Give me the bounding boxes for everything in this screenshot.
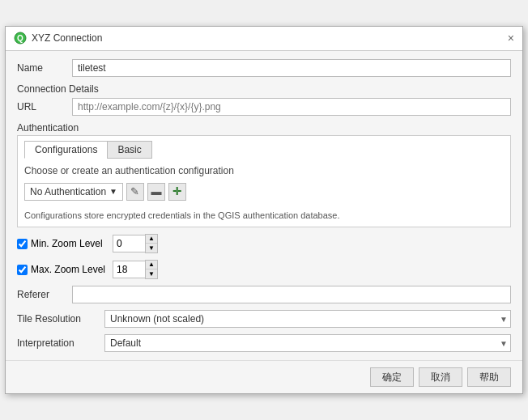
- config-info-text: Configurations store encrypted credentia…: [24, 209, 504, 223]
- name-row: Name: [17, 59, 511, 77]
- delete-icon: ▬: [151, 185, 161, 197]
- url-label: URL: [17, 101, 66, 112]
- min-zoom-spinner: ▲ ▼: [113, 234, 158, 253]
- name-input[interactable]: [72, 59, 511, 77]
- tile-resolution-label: Tile Resolution: [17, 313, 98, 325]
- max-zoom-spinner: ▲ ▼: [113, 260, 158, 279]
- tab-configurations[interactable]: Configurations: [24, 141, 107, 159]
- max-zoom-checkbox[interactable]: [17, 265, 28, 275]
- dropdown-arrow-icon: ▼: [109, 187, 117, 196]
- max-zoom-label: Max. Zoom Level: [31, 264, 105, 275]
- dialog-title: XYZ Connection: [32, 32, 102, 44]
- max-zoom-label-group: Max. Zoom Level: [17, 264, 106, 275]
- ok-button[interactable]: 确定: [370, 367, 414, 387]
- authentication-group: Configurations Basic Choose or create an…: [17, 135, 511, 228]
- max-zoom-row: Max. Zoom Level ▲ ▼: [17, 260, 511, 279]
- add-icon: ✛: [172, 185, 181, 197]
- url-row: URL: [17, 98, 511, 116]
- authentication-label: Authentication: [17, 122, 511, 134]
- no-auth-dropdown[interactable]: No Authentication ▼: [24, 183, 123, 201]
- min-zoom-input[interactable]: [113, 235, 145, 252]
- edit-auth-button[interactable]: ✎: [126, 183, 144, 201]
- referer-input[interactable]: [72, 286, 511, 303]
- config-choose-label: Choose or create an authentication confi…: [24, 165, 504, 176]
- interpretation-select-wrapper: Default MapTiler Terrain RGB Terrarium T…: [104, 334, 511, 352]
- tile-resolution-select-wrapper: Unknown (not scaled) Standard (256x256) …: [104, 310, 511, 328]
- interpretation-select[interactable]: Default MapTiler Terrain RGB Terrarium T…: [104, 334, 511, 352]
- max-zoom-down-button[interactable]: ▼: [146, 269, 157, 278]
- min-zoom-checkbox[interactable]: [17, 239, 28, 249]
- name-label: Name: [17, 62, 66, 74]
- min-zoom-spinner-buttons: ▲ ▼: [145, 234, 158, 253]
- url-input[interactable]: [72, 98, 511, 116]
- svg-text:Q: Q: [17, 34, 23, 43]
- max-zoom-up-button[interactable]: ▲: [146, 261, 157, 269]
- edit-icon: ✎: [130, 185, 139, 197]
- max-zoom-spinner-buttons: ▲ ▼: [145, 260, 158, 279]
- xyz-connection-dialog: Q XYZ Connection × Name Connection Detai…: [5, 26, 523, 395]
- auth-tabs: Configurations Basic: [24, 141, 504, 159]
- auth-controls: No Authentication ▼ ✎ ▬ ✛: [24, 183, 504, 201]
- add-auth-button[interactable]: ✛: [168, 183, 186, 201]
- help-button[interactable]: 帮助: [467, 367, 511, 387]
- close-button[interactable]: ×: [508, 32, 514, 44]
- authentication-section: Authentication Configurations Basic Choo…: [17, 122, 511, 228]
- tab-basic[interactable]: Basic: [107, 141, 151, 159]
- dialog-body: Name Connection Details URL Authenticati…: [6, 51, 522, 361]
- interpretation-label: Interpretation: [17, 337, 98, 349]
- titlebar: Q XYZ Connection ×: [6, 27, 522, 51]
- titlebar-left: Q XYZ Connection: [14, 32, 102, 45]
- app-icon: Q: [14, 32, 27, 45]
- referer-row: Referer: [17, 286, 511, 303]
- cancel-button[interactable]: 取消: [419, 367, 462, 387]
- interpretation-row: Interpretation Default MapTiler Terrain …: [17, 334, 511, 352]
- dialog-footer: 确定 取消 帮助: [6, 360, 522, 393]
- tile-resolution-select[interactable]: Unknown (not scaled) Standard (256x256) …: [104, 310, 511, 328]
- min-zoom-up-button[interactable]: ▲: [146, 235, 157, 244]
- min-zoom-label: Min. Zoom Level: [31, 238, 103, 249]
- min-zoom-row: Min. Zoom Level ▲ ▼: [17, 234, 511, 253]
- min-zoom-label-group: Min. Zoom Level: [17, 238, 106, 249]
- delete-auth-button[interactable]: ▬: [147, 183, 165, 201]
- referer-label: Referer: [17, 289, 66, 300]
- no-auth-label: No Authentication: [30, 186, 106, 197]
- min-zoom-down-button[interactable]: ▼: [146, 244, 157, 252]
- tile-resolution-row: Tile Resolution Unknown (not scaled) Sta…: [17, 310, 511, 328]
- max-zoom-input[interactable]: [113, 261, 145, 278]
- connection-details-label: Connection Details: [17, 83, 511, 95]
- connection-details-section: Connection Details URL: [17, 83, 511, 116]
